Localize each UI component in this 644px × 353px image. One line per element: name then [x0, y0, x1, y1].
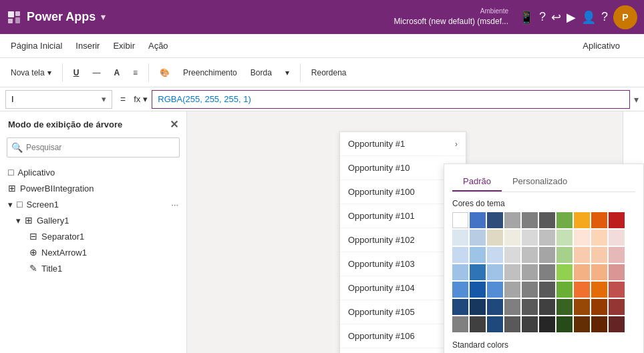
- color-swatch[interactable]: [487, 282, 503, 298]
- color-swatch[interactable]: [574, 299, 590, 315]
- color-swatch[interactable]: [504, 230, 520, 246]
- avatar[interactable]: P: [613, 5, 637, 29]
- color-swatch[interactable]: [522, 282, 538, 298]
- color-swatch[interactable]: [470, 299, 486, 315]
- color-swatch[interactable]: [556, 299, 573, 315]
- color-swatch[interactable]: [452, 230, 468, 246]
- tree-item-powerbi[interactable]: ⊞ PowerBIIntegration: [0, 180, 186, 196]
- color-swatch[interactable]: [470, 264, 486, 280]
- color-swatch[interactable]: [522, 299, 538, 315]
- tree-item-separator1[interactable]: ⊟ Separator1: [0, 228, 186, 244]
- formula-selector[interactable]: I ▾: [5, 90, 112, 109]
- color-swatch[interactable]: [556, 316, 573, 332]
- app-logo[interactable]: Power Apps ▾: [7, 10, 106, 25]
- paint-button[interactable]: 🎨: [154, 65, 175, 80]
- new-screen-button[interactable]: Nova tela ▾: [5, 65, 57, 80]
- color-swatch[interactable]: [609, 247, 625, 263]
- color-swatch[interactable]: [487, 316, 503, 332]
- color-swatch[interactable]: [452, 282, 468, 298]
- color-swatch[interactable]: [556, 264, 573, 280]
- color-swatch[interactable]: [470, 230, 486, 246]
- menu-acao[interactable]: Ação: [148, 38, 168, 53]
- color-swatch[interactable]: [452, 316, 468, 332]
- color-swatch[interactable]: [591, 282, 607, 298]
- color-swatch[interactable]: [522, 230, 538, 246]
- color-swatch[interactable]: [522, 247, 538, 263]
- color-swatch[interactable]: [591, 230, 607, 246]
- underline-button[interactable]: U: [68, 65, 85, 80]
- menu-exibir[interactable]: Exibir: [113, 38, 135, 53]
- color-swatch[interactable]: [574, 230, 590, 246]
- color-swatch[interactable]: [522, 212, 538, 228]
- color-swatch[interactable]: [487, 264, 503, 280]
- color-swatch[interactable]: [574, 264, 590, 280]
- color-swatch[interactable]: [504, 316, 520, 332]
- menu-aplicativo[interactable]: Aplicativo: [583, 38, 620, 53]
- color-swatch[interactable]: [556, 230, 573, 246]
- color-swatch[interactable]: [539, 212, 555, 228]
- title-chevron[interactable]: ▾: [101, 12, 106, 22]
- color-swatch[interactable]: [504, 264, 520, 280]
- more-button[interactable]: ▾: [280, 65, 295, 80]
- tab-custom[interactable]: Personalizado: [502, 172, 578, 192]
- color-swatch[interactable]: [504, 212, 520, 228]
- color-swatch[interactable]: [487, 299, 503, 315]
- color-swatch[interactable]: [539, 230, 555, 246]
- formula-input[interactable]: [152, 90, 630, 109]
- color-swatch[interactable]: [504, 282, 520, 298]
- screen1-more-icon[interactable]: ···: [171, 200, 178, 210]
- color-swatch[interactable]: [591, 212, 607, 228]
- color-swatch[interactable]: [470, 212, 486, 228]
- color-swatch[interactable]: [574, 316, 590, 332]
- question-icon[interactable]: ?: [601, 10, 608, 24]
- color-swatch[interactable]: [591, 299, 607, 315]
- strikethrough-button[interactable]: —: [87, 65, 106, 80]
- color-swatch[interactable]: [539, 316, 555, 332]
- color-swatch[interactable]: [470, 247, 486, 263]
- list-item[interactable]: Opportunity #1 ›: [340, 132, 466, 156]
- color-swatch[interactable]: [574, 212, 590, 228]
- color-swatch[interactable]: [487, 212, 503, 228]
- color-swatch[interactable]: [539, 299, 555, 315]
- font-color-button[interactable]: A: [108, 65, 125, 80]
- tree-item-aplicativo[interactable]: □ Aplicativo: [0, 164, 186, 180]
- border-button[interactable]: Borda: [245, 65, 277, 80]
- color-swatch[interactable]: [609, 299, 625, 315]
- play-icon[interactable]: ▶: [567, 10, 576, 25]
- color-swatch[interactable]: [487, 230, 503, 246]
- fill-button[interactable]: Preenchimento: [178, 65, 243, 80]
- tree-item-title1[interactable]: ✎ Title1: [0, 260, 186, 276]
- help-icon[interactable]: ?: [539, 10, 546, 24]
- color-swatch[interactable]: [609, 230, 625, 246]
- phone-icon[interactable]: 📱: [519, 10, 534, 25]
- color-swatch[interactable]: [539, 264, 555, 280]
- tree-item-screen1[interactable]: ▾ □ Screen1 ···: [0, 196, 186, 212]
- tree-item-nextarrow1[interactable]: ⊕ NextArrow1: [0, 244, 186, 260]
- color-swatch[interactable]: [452, 212, 468, 228]
- color-swatch[interactable]: [556, 282, 573, 298]
- color-swatch[interactable]: [522, 316, 538, 332]
- color-swatch[interactable]: [591, 247, 607, 263]
- menu-pagina[interactable]: Página Inicial: [11, 38, 62, 53]
- tree-item-gallery1[interactable]: ▾ ⊞ Gallery1: [0, 212, 186, 228]
- sidebar-close-button[interactable]: ✕: [170, 118, 178, 131]
- search-input[interactable]: [7, 137, 180, 157]
- color-swatch[interactable]: [522, 264, 538, 280]
- color-swatch[interactable]: [591, 316, 607, 332]
- align-button[interactable]: ≡: [128, 65, 143, 80]
- color-swatch[interactable]: [609, 264, 625, 280]
- color-swatch[interactable]: [556, 247, 573, 263]
- color-swatch[interactable]: [609, 316, 625, 332]
- color-swatch[interactable]: [487, 247, 503, 263]
- color-swatch[interactable]: [504, 299, 520, 315]
- menu-inserir[interactable]: Inserir: [75, 38, 100, 53]
- user-icon[interactable]: 👤: [581, 10, 596, 25]
- color-swatch[interactable]: [609, 212, 625, 228]
- color-swatch[interactable]: [539, 247, 555, 263]
- color-swatch[interactable]: [452, 247, 468, 263]
- reorder-button[interactable]: Reordena: [306, 65, 352, 80]
- color-swatch[interactable]: [591, 264, 607, 280]
- tab-default[interactable]: Padrão: [452, 172, 502, 192]
- color-swatch[interactable]: [539, 282, 555, 298]
- formula-fx-button[interactable]: fx ▾: [134, 94, 148, 104]
